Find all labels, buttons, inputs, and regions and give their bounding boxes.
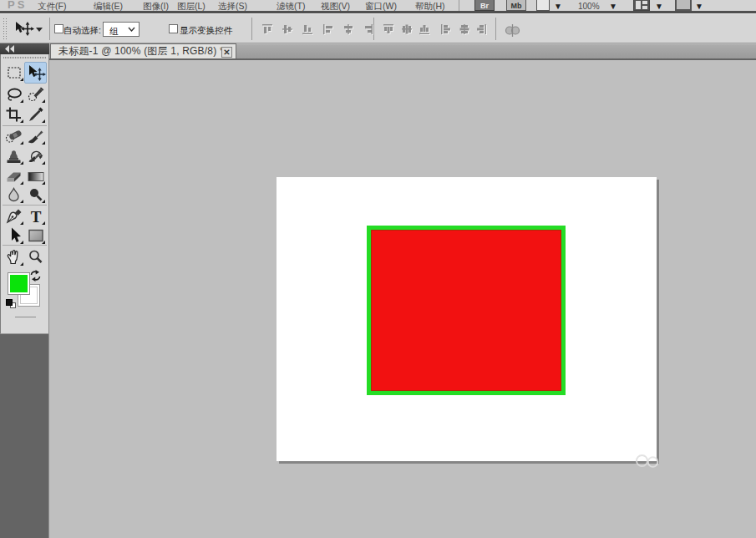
svg-text:T: T xyxy=(31,208,42,226)
